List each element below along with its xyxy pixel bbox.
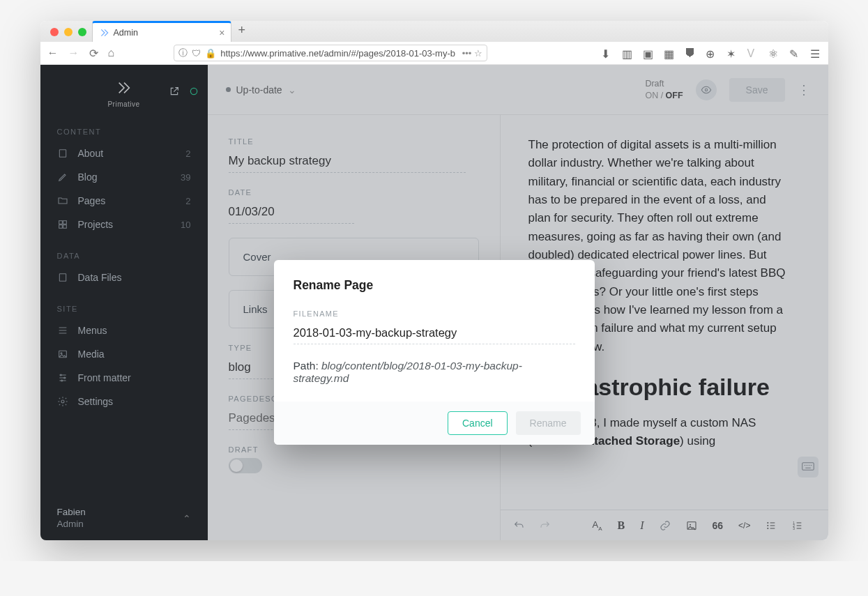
lock-icon: 🔒 [205,48,216,59]
home-button[interactable]: ⌂ [108,47,115,59]
forward-button: → [68,47,79,59]
path-prefix: Path: [294,360,322,372]
filename-label: FILENAME [294,310,575,318]
close-window-icon[interactable] [50,28,59,36]
modal-footer: Cancel Rename [274,402,595,445]
shield-icon[interactable]: 🛡 [192,48,201,59]
url-text: https://www.primative.net/admin/#/pages/… [220,48,457,59]
modal-title: Rename Page [294,278,575,293]
library-icon[interactable]: ▥ [622,47,633,59]
close-tab-icon[interactable]: × [219,27,224,38]
path-display: Path: blog/content/blog/2018-01-03-my-ba… [294,360,575,385]
info-icon[interactable]: ⓘ [178,47,188,59]
ext-icon-1[interactable]: ✶ [726,47,738,59]
qr-icon[interactable]: ▦ [664,47,675,59]
bookmark-star-icon[interactable]: ☆ [474,48,482,59]
rename-modal: Rename Page FILENAME Path: blog/content/… [274,260,595,445]
favicon-icon [100,28,109,38]
url-bar: ← → ⟳ ⌂ ⓘ 🛡 🔒 https://www.primative.net/… [40,42,828,64]
browser-window: Admin × + ← → ⟳ ⌂ ⓘ 🛡 🔒 https://www.prim… [40,21,828,540]
app-root: Primative CONTENT About 2 Blog 39 P [40,65,828,540]
downloads-icon[interactable]: ⬇ [601,47,612,59]
cancel-button[interactable]: Cancel [448,411,508,435]
menu-icon[interactable]: ☰ [810,47,821,59]
new-tab-button[interactable]: + [231,21,253,42]
path-value: blog/content/blog/2018-01-03-my-backup-s… [294,360,522,384]
sidebar-icon[interactable]: ▣ [643,47,654,59]
reader-icon[interactable]: ••• [462,48,472,59]
maximize-window-icon[interactable] [78,28,86,36]
reload-button[interactable]: ⟳ [89,47,98,60]
ublock-icon[interactable]: ⛊ [685,47,696,59]
window-controls[interactable] [47,28,92,42]
ext-icon-2[interactable]: ⚛ [768,47,779,59]
ext-icon-3[interactable]: ✎ [789,47,800,59]
browser-chrome: Admin × + ← → ⟳ ⌂ ⓘ 🛡 🔒 https://www.prim… [40,21,828,65]
tab-title: Admin [114,28,138,38]
browser-extensions: ⬇ ▥ ▣ ▦ ⛊ ⊕ ✶ V ⚛ ✎ ☰ [601,47,821,59]
browser-tab[interactable]: Admin × [92,21,231,42]
minimize-window-icon[interactable] [64,28,73,36]
globe-icon[interactable]: ⊕ [706,47,717,59]
tab-bar: Admin × + [40,21,828,42]
rename-button[interactable]: Rename [516,411,581,435]
address-bar[interactable]: ⓘ 🛡 🔒 https://www.primative.net/admin/#/… [174,45,487,61]
back-button[interactable]: ← [47,47,59,59]
filename-input[interactable] [294,322,575,344]
vue-icon[interactable]: V [747,47,759,59]
